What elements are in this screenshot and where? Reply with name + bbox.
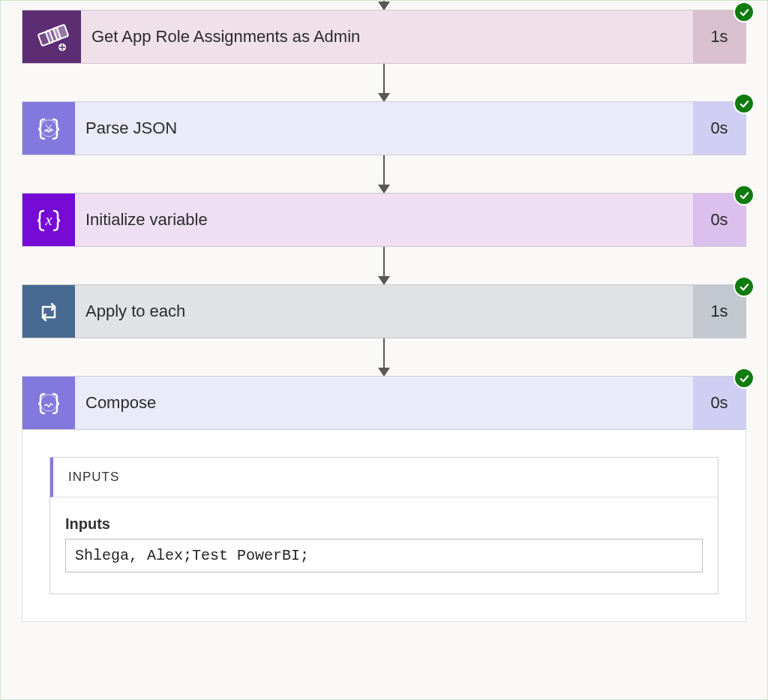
inputs-field-label: Inputs [65, 515, 703, 533]
dataverse-icon [22, 11, 81, 63]
connector-arrow [383, 247, 385, 284]
step-label: Initialize variable [75, 194, 693, 246]
loop-icon [22, 285, 75, 338]
step-apply-to-each[interactable]: Apply to each 1s [22, 284, 746, 338]
step-label: Parse JSON [75, 102, 693, 155]
step-label: Get App Role Assignments as Admin [81, 11, 693, 63]
svg-text:x: x [45, 212, 52, 228]
step-label: Apply to each [75, 285, 693, 338]
status-success-icon [734, 2, 754, 23]
step-label: Compose [75, 377, 693, 429]
connector-arrow [383, 64, 385, 101]
step-parse-json[interactable]: Parse JSON 0s [22, 101, 746, 155]
compose-detail-panel: INPUTS Inputs Shlega, Alex;Test PowerBI; [22, 430, 746, 622]
variable-icon: x [22, 194, 75, 246]
status-success-icon [734, 185, 754, 206]
inputs-card[interactable]: INPUTS Inputs Shlega, Alex;Test PowerBI; [50, 457, 718, 594]
step-get-app-role-assignments[interactable]: Get App Role Assignments as Admin 1s [22, 10, 746, 64]
connector-arrow [383, 155, 385, 193]
status-success-icon [734, 93, 754, 114]
inputs-section-header: INPUTS [50, 458, 718, 497]
braces-icon [22, 377, 75, 429]
connector-arrow [383, 1, 385, 10]
inputs-field-value: Shlega, Alex;Test PowerBI; [65, 539, 703, 572]
status-success-icon [734, 368, 754, 389]
status-success-icon [734, 276, 754, 297]
connector-arrow [383, 338, 385, 376]
braces-icon [22, 102, 75, 155]
flow-run-view: Get App Role Assignments as Admin 1s Par… [1, 1, 767, 622]
step-initialize-variable[interactable]: x Initialize variable 0s [22, 193, 746, 247]
step-compose[interactable]: Compose 0s [22, 376, 746, 430]
